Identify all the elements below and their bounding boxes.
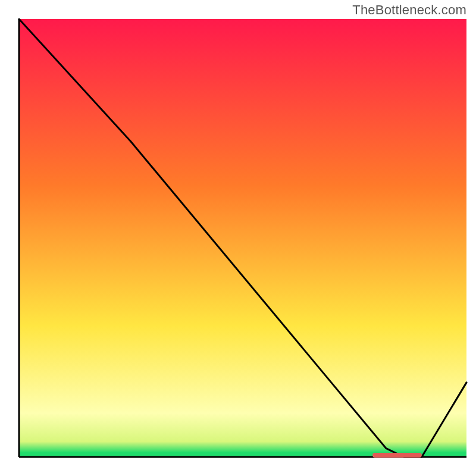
bottleneck-chart (0, 0, 476, 476)
plot-background (19, 19, 466, 457)
optimal-range-marker (372, 453, 422, 458)
watermark-text: TheBottleneck.com (352, 2, 466, 18)
